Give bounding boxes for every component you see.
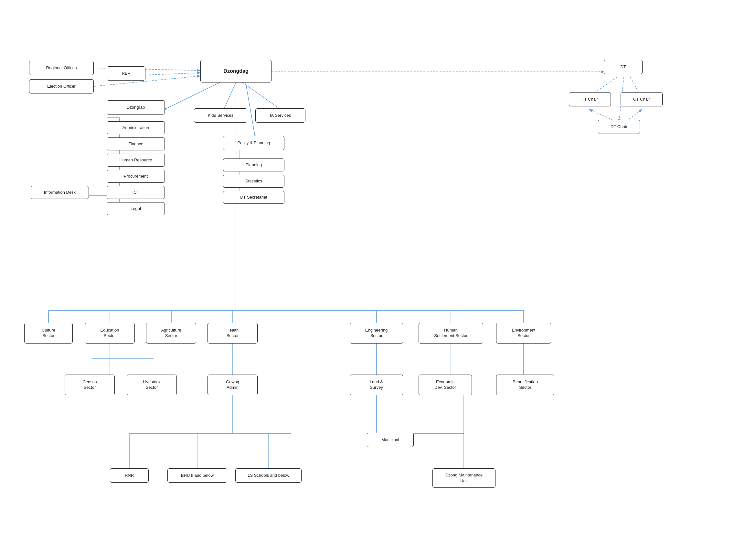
dt-node: DT — [604, 60, 642, 74]
education-sector-node: Education Sector — [85, 323, 135, 344]
election-officer-label: Election Officer — [47, 84, 76, 89]
svg-line-20 — [242, 82, 283, 111]
land-survey-node: Land & Survey — [350, 375, 403, 395]
kidu-services-label: Kidu Services — [208, 113, 233, 118]
culture-sector-label: Culture Sector — [42, 328, 55, 339]
dt-label: DT — [620, 64, 626, 70]
human-resource-label: Human Resource — [119, 157, 152, 163]
gewog-admin-label: Gewog Admin — [226, 380, 239, 390]
ls-schools-node: LS Schools and below — [235, 468, 302, 483]
statistics-node: Statistics — [223, 175, 284, 187]
ia-services-label: IA Services — [270, 113, 291, 118]
regional-offices-label: Regional Offices — [46, 65, 77, 71]
livestock-sector-node: Livestock Sector — [127, 375, 177, 395]
engineering-sector-label: Engineering Sector — [365, 328, 388, 339]
agriculture-sector-label: Agriculture Sector — [161, 328, 181, 339]
education-sector-label: Education Sector — [100, 328, 119, 339]
beautification-label: Beautification Sector — [513, 380, 538, 390]
dt-secretariat-node: DT Secretariat — [223, 191, 284, 204]
administration-label: Administration — [122, 125, 149, 131]
information-desk-label: Information Desk — [44, 190, 76, 195]
ia-services-node: IA Services — [255, 108, 306, 123]
legal-label: Legal — [131, 206, 141, 211]
svg-line-19 — [223, 82, 236, 111]
ict-label: ICT — [132, 190, 139, 195]
census-sector-node: Census Sector — [65, 375, 115, 395]
dzongdag-node: Dzongdag — [201, 60, 272, 82]
ict-node: ICT — [107, 186, 165, 199]
culture-sector-node: Culture Sector — [24, 323, 73, 344]
rnr-label: RNR — [125, 473, 134, 478]
human-settlement-node: Human Settlement Sector — [418, 323, 483, 344]
dzong-maintenance-node: Dzong Maintenance Unit — [432, 468, 496, 488]
procurement-label: Procurement — [124, 174, 148, 179]
planning-label: Planning — [246, 162, 262, 168]
rbp-node: RBP — [107, 66, 146, 80]
tt-chair-node: TT Chair — [569, 92, 611, 106]
economic-dev-node: Economic Dev. Sector — [418, 375, 472, 395]
municipal-label: Municipal — [381, 437, 399, 443]
environment-sector-label: Environment Sector — [512, 328, 536, 339]
information-desk-node: Information Desk — [31, 186, 89, 199]
beautification-node: Beautification Sector — [496, 375, 554, 395]
rbp-label: RBP — [122, 71, 131, 76]
health-sector-label: Health Sector — [227, 328, 239, 339]
procurement-node: Procurement — [107, 170, 165, 183]
engineering-sector-node: Engineering Sector — [350, 323, 403, 344]
dt-secretariat-label: DT Secretariat — [240, 195, 267, 200]
environment-sector-node: Environment Sector — [496, 323, 551, 344]
dzong-maintenance-label: Dzong Maintenance Unit — [446, 473, 483, 484]
dt-chair-node: DT Chair — [598, 120, 640, 134]
administration-node: Administration — [107, 121, 165, 134]
gt-chair-node: GT Chair — [621, 92, 662, 106]
svg-line-1 — [146, 73, 200, 75]
human-resource-node: Human Resource — [107, 154, 165, 167]
livestock-sector-label: Livestock Sector — [143, 380, 160, 390]
gewog-admin-node: Gewog Admin — [207, 375, 257, 395]
finance-label: Finance — [128, 141, 143, 147]
dt-chair-label: DT Chair — [610, 124, 627, 130]
bhu-ii-node: BHU II and below — [167, 468, 227, 483]
human-settlement-label: Human Settlement Sector — [434, 328, 467, 339]
ls-schools-label: LS Schools and below — [248, 473, 289, 478]
planning-node: Planning — [223, 158, 284, 171]
dzongrab-node: Dzongrab — [107, 100, 165, 115]
land-survey-label: Land & Survey — [370, 380, 383, 390]
economic-dev-label: Economic Dev. Sector — [434, 380, 456, 390]
policy-planning-node: Policy & Planning — [223, 136, 284, 150]
municipal-node: Municipal — [367, 433, 414, 447]
rnr-node: RNR — [110, 468, 149, 483]
org-chart: Regional Offices Election Officer RBP Dz… — [0, 0, 756, 535]
census-sector-label: Census Sector — [82, 380, 97, 390]
kidu-services-node: Kidu Services — [194, 108, 247, 123]
dzongrab-label: Dzongrab — [127, 105, 145, 110]
bhu-ii-label: BHU II and below — [181, 473, 214, 478]
legal-node: Legal — [107, 202, 165, 215]
election-officer-node: Election Officer — [29, 79, 94, 94]
regional-offices-node: Regional Offices — [29, 61, 94, 75]
svg-line-9 — [163, 82, 220, 110]
finance-node: Finance — [107, 137, 165, 151]
agriculture-sector-node: Agriculture Sector — [146, 323, 196, 344]
health-sector-node: Health Sector — [207, 323, 257, 344]
tt-chair-label: TT Chair — [582, 97, 598, 102]
policy-planning-label: Policy & Planning — [237, 140, 270, 146]
statistics-label: Statistics — [245, 179, 262, 184]
gt-chair-label: GT Chair — [633, 97, 650, 102]
dzongdag-label: Dzongdag — [223, 68, 248, 75]
